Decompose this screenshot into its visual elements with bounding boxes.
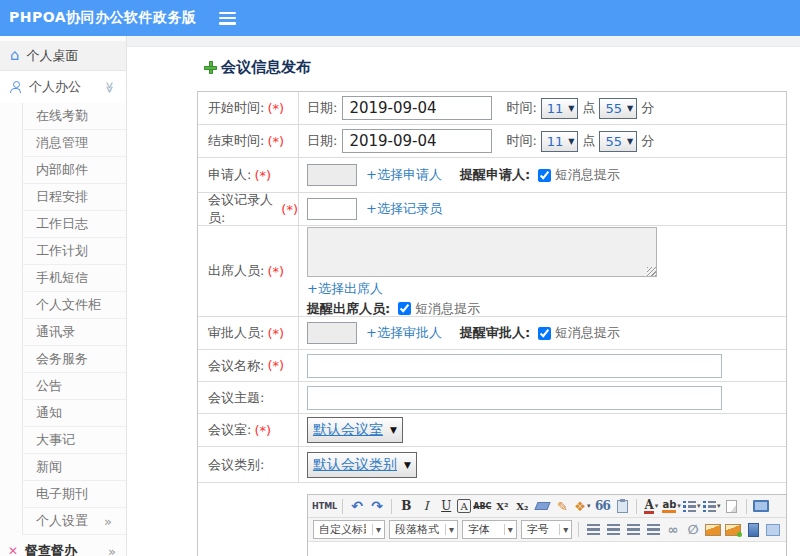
sidebar-item-personal-desktop[interactable]: ⌂ 个人桌面 [0,41,126,71]
sidebar-item-internal-mail[interactable]: 内部邮件 [22,157,126,184]
sidebar-item-personal-files[interactable]: 个人文件柜 [22,292,126,319]
highlight-color-icon[interactable]: ab▾ [662,497,680,515]
sidebar-item-personal-settings[interactable]: 个人设置 » [22,508,126,535]
sidebar-item-supervision[interactable]: ✕ 督查督办 » [0,535,126,556]
link-icon[interactable]: ∞ [664,521,682,539]
sidebar-item-work-plan[interactable]: 工作计划 [22,238,126,265]
image-add-icon[interactable] [724,521,742,539]
meeting-room-select[interactable]: 默认会议室 [307,417,403,443]
align-center-icon[interactable] [604,521,622,539]
meeting-topic-input[interactable] [307,386,722,410]
align-right-icon[interactable] [624,521,642,539]
meeting-name-input[interactable] [307,354,722,378]
choose-approver-link[interactable]: +选择审批人 [366,324,442,342]
sidebar-item-meeting-service[interactable]: 会务服务 [22,346,126,373]
sidebar-item-notice[interactable]: 通知 [22,400,126,427]
choose-applicant-link[interactable]: +选择申请人 [366,166,442,184]
sidebar-item-work-log[interactable]: 工作日志 [22,211,126,238]
image-icon[interactable] [704,521,722,539]
remind-attendees-label: 提醒出席人员: [307,300,390,318]
form-row-meeting-name: 会议名称:(*) [198,350,786,382]
editor-toolbar-row1: HTML ↶ ↷ B I U A ABC X² [308,495,786,518]
redo-icon[interactable]: ↷ [368,497,386,515]
sidebar-item-major-events[interactable]: 大事记 [22,427,126,454]
start-minute-select[interactable]: 55 [599,98,637,119]
hour-unit-label: 点 [582,99,595,117]
approver-sms-checkbox[interactable] [538,327,551,340]
underline-icon[interactable]: U [437,497,455,515]
approver-label: 审批人员: [208,324,264,342]
top-header-bar: PHPOA协同办公软件政务版 [0,0,800,36]
italic-icon[interactable]: I [417,497,435,515]
attendees-textarea[interactable] [307,227,657,277]
choose-recorder-link[interactable]: +选择记录员 [366,200,442,218]
sidebar-item-contacts[interactable]: 通讯录 [22,319,126,346]
end-minute-select[interactable]: 55 [599,131,637,152]
sidebar-item-online-attendance[interactable]: 在线考勤 [22,103,126,130]
start-time-label: 开始时间: [208,99,264,117]
caret-down-icon: ▾ [697,502,701,510]
editor-content-area[interactable] [308,542,786,556]
start-date-input[interactable] [342,96,492,120]
font-color-icon[interactable]: A▾ [642,497,660,515]
approver-input[interactable] [307,322,357,344]
sidebar-item-e-journal[interactable]: 电子期刊 [22,481,126,508]
subscript-icon[interactable]: X₂ [513,497,531,515]
page-title-bar: 会议信息发布 [204,58,800,77]
eraser-icon[interactable] [533,497,551,515]
sidebar-item-announcement[interactable]: 公告 [22,373,126,400]
applicant-input[interactable] [307,164,357,186]
strikethrough-icon[interactable]: ABC [473,497,491,515]
unlink-icon[interactable]: ∅ [684,521,702,539]
start-hour-select[interactable]: 11 [541,98,579,119]
paste-icon[interactable] [613,497,631,515]
table-icon[interactable] [764,521,782,539]
rich-text-editor: HTML ↶ ↷ B I U A ABC X² [307,494,787,556]
caret-down-icon: ▾ [717,502,721,510]
form-row-end-time: 结束时间:(*) 日期: 时间: 11 点 55 分 [198,125,786,158]
menu-hamburger-icon[interactable] [219,12,236,25]
sidebar-item-schedule[interactable]: 日程安排 [22,184,126,211]
recorder-input[interactable] [307,198,357,220]
sidebar-item-message-management[interactable]: 消息管理 [22,130,126,157]
meeting-category-select[interactable]: 默认会议类别 [307,452,417,478]
align-left-icon[interactable] [584,521,602,539]
blockquote-icon[interactable]: 66 [593,497,611,515]
char-border-icon[interactable]: A [457,499,471,513]
choose-attendees-link[interactable]: +选择出席人 [307,281,383,296]
undo-icon[interactable]: ↶ [348,497,366,515]
font-family-select[interactable]: 字体 [462,520,517,539]
sidebar-item-sms[interactable]: 手机短信 [22,265,126,292]
meeting-category-label: 会议类别: [208,456,264,474]
remind-applicant-label: 提醒申请人: [460,166,530,184]
media-icon[interactable] [744,521,762,539]
caret-down-icon: ▾ [587,502,591,510]
align-justify-icon[interactable] [644,521,662,539]
sidebar-item-personal-office[interactable]: 个人办公 ≫ [0,71,126,103]
form-row-approver: 审批人员:(*) +选择审批人 提醒审批人: 短消息提示 [198,317,786,350]
end-date-input[interactable] [342,129,492,153]
sidebar-item-news[interactable]: 新闻 [22,454,126,481]
form-row-start-time: 开始时间:(*) 日期: 时间: 11 点 55 分 [198,92,786,125]
minute-unit-label: 分 [641,99,654,117]
bold-icon[interactable]: B [397,497,415,515]
paint-format-icon[interactable]: ❖▾ [573,497,591,515]
paragraph-format-select[interactable]: 段落格式 [389,520,458,539]
attendees-sms-checkbox[interactable] [398,302,411,315]
meeting-topic-label: 会议主题: [208,389,264,407]
unordered-list-icon[interactable]: ▾ [703,497,721,515]
superscript-icon[interactable]: X² [493,497,511,515]
format-brush-icon[interactable]: ✎ [553,497,571,515]
form-row-applicant: 申请人:(*) +选择申请人 提醒申请人: 短消息提示 [198,158,786,193]
new-page-icon[interactable] [723,497,741,515]
custom-style-select[interactable]: 自定义标题 [313,520,385,539]
fullscreen-icon[interactable] [752,497,770,515]
end-hour-select[interactable]: 11 [541,131,579,152]
ordered-list-icon[interactable]: ▾ [683,497,701,515]
sms-tip-label: 短消息提示 [555,324,620,342]
caret-down-icon: ▾ [655,502,659,510]
applicant-sms-checkbox[interactable] [538,169,551,182]
font-size-select[interactable]: 字号 [521,520,573,539]
home-icon: ⌂ [10,48,20,63]
html-source-button[interactable]: HTML [312,497,337,515]
